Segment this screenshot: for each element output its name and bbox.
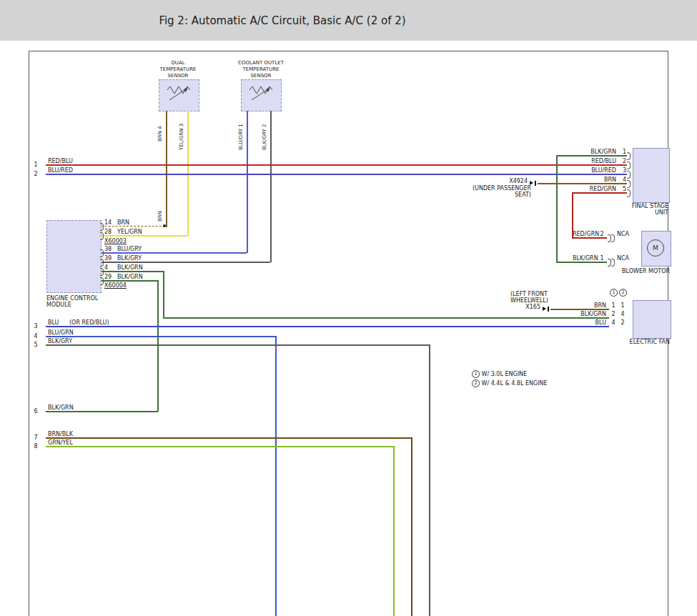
wire-blugrn-edge4 [46,336,276,337]
nca-tag: NCA [617,255,629,262]
final-stage-pin-row: RED/GRN5 [543,186,626,192]
blower-pin-wire: BLK/GRN [573,255,598,262]
fan-pin-number: 4 [610,319,617,326]
blower-motor-label: BLOWER MOTOR [613,268,670,274]
dual-temp-sensor-label: DUAL [142,60,214,66]
wire-blkgrn-fsu [556,155,627,157]
wire-blugrn-vert [275,336,277,616]
ecm-pin-row: 29BLK/GRN [104,274,143,280]
connector-socket-icon [535,181,536,186]
wire-label-blugry-pin1: BLU/GRY 1 [238,113,244,150]
ecm-pin-row: 38BLU/GRY [104,246,142,252]
engine-note: 2 W/ 4.4L & 4.8L ENGINE [472,379,548,387]
ecm-label: MODULE [46,302,71,308]
wire-blkgrn-ecm29-vert [157,280,159,412]
motor-icon: M [647,239,664,257]
wire-redblu [46,164,627,166]
final-stage-label: UNIT [613,209,668,216]
electric-fan-label: ELECTRIC FAN [613,339,670,345]
wire-blkgrn-ecm4 [101,271,164,272]
fan-pin-number: 4 [619,311,626,317]
thermistor-icon [247,84,275,102]
wire-blkgrn-ecm29 [101,280,158,282]
edge-wire-label: GRN/YEL [48,439,73,446]
fan-location: (LEFT FRONT [510,291,548,297]
connector-x165-label: X165 [509,304,540,310]
dual-temp-sensor-label: TEMPERATURE [142,66,214,72]
ecm-connector-label: X60004 [104,282,127,289]
diagram-frame [29,51,668,616]
wire-yelgrn-ecm [101,235,187,237]
wire-blkgry-ecm [101,262,270,263]
edge-wire-label: BLU [48,319,59,326]
coolant-sensor-label: SENSOR [225,73,297,79]
ecm-pin-row: 28YEL/GRN [104,229,142,235]
edge-wire-label: BLU/GRN [48,329,74,336]
nca-tag: NCA [617,231,629,237]
ecm-pin-row: 39BLK/GRY [104,255,142,262]
wire-blugry-ecm [101,252,247,254]
edge-wire-number: 7 [31,434,40,441]
wire-blkgry-vert [429,344,430,616]
edge-wire-label: BLK/GRN [48,404,74,411]
edge-wire-alt-label: (OR RED/BLU) [69,319,109,326]
wire-label-brn-pin4: BRN 4 [157,113,163,141]
wire-blkgrn-ecm4-vert [163,271,164,318]
final-stage-label: FINAL STAGE [613,203,668,209]
wire-brn-fan [550,309,609,310]
edge-wire-label: BLK/GRY [48,338,72,344]
edge-wire-number: 5 [31,342,40,348]
connector-socket-icon [548,307,549,312]
edge-wire-label: BRN/BLK [48,431,73,437]
wire-blkgrn-blower [556,262,607,263]
fan-pin-number: 1 [619,302,626,309]
edge-wire-number: 6 [31,408,40,414]
fan-pin-number: 1 [610,302,617,309]
ecm-box [46,220,102,293]
final-stage-pin-row: RED/BLU2 [543,158,626,164]
wire-blured [46,174,627,175]
wire-blkgrn-edge6 [46,411,158,412]
connector-plug-icon [543,307,546,311]
ecm-pin-row: 14BRN [104,219,129,226]
wire-label-blkgry-pin2: BLK/GRY 2 [262,113,267,150]
thermistor-icon [164,84,193,102]
ecm-label: ENGINE CONTROL [46,295,98,302]
figure-title-bar: Fig 2: Automatic A/C Circuit, Basic A/C … [0,0,697,41]
coolant-sensor-label: TEMPERATURE [225,66,297,72]
edge-wire-number: 2 [31,171,40,177]
engine-note: 1 W/ 3.0L ENGINE [472,370,527,378]
final-stage-pin-row: BLK/GRN1 [543,149,626,155]
fan-location: WHEELWELL) [510,297,548,304]
fan-pin-number: 2 [619,319,626,326]
fan-column-header: 1 [610,289,618,297]
wire-blu-edge3 [46,326,609,327]
electric-fan-box [633,300,671,339]
wire-blkgry-vertical [270,111,272,262]
wire-brnblk-edge7 [46,437,412,439]
fan-column-header: 2 [619,289,627,297]
figure-title: Fig 2: Automatic A/C Circuit, Basic A/C … [0,14,565,27]
wire-blugry-vertical [247,111,248,253]
junction-dot [163,224,166,227]
edge-wire-label: RED/BLU [48,158,73,164]
connector-x4924-label: X4924 [495,178,528,184]
wire-grnyel-edge8 [46,446,394,447]
blower-pin-number: 1 [598,255,605,262]
final-stage-unit-box [633,148,670,203]
wire-redgrn-fsu [572,192,627,194]
final-stage-pin-row: BRN4 [543,177,626,183]
wire-brn-vertical [166,111,167,227]
wire-blkgry-edge5 [46,344,430,346]
edge-wire-number: 8 [31,443,40,449]
wire-redgrn-blower [572,237,607,239]
wire-brnblk-vert [411,437,412,616]
fan-pin-number: 2 [610,311,617,317]
fan-pin-wire: BLU [545,319,606,326]
ecm-pin-row: 4BLK/GRN [104,264,143,271]
wire-brn-fsu [538,183,627,184]
fan-pin-wire: BRN [545,302,606,309]
final-stage-location: (UNDER PASSENGER [468,185,531,192]
fan-pin-wire: BLK/GRN [545,311,606,317]
blower-pin-number: 2 [598,231,605,237]
